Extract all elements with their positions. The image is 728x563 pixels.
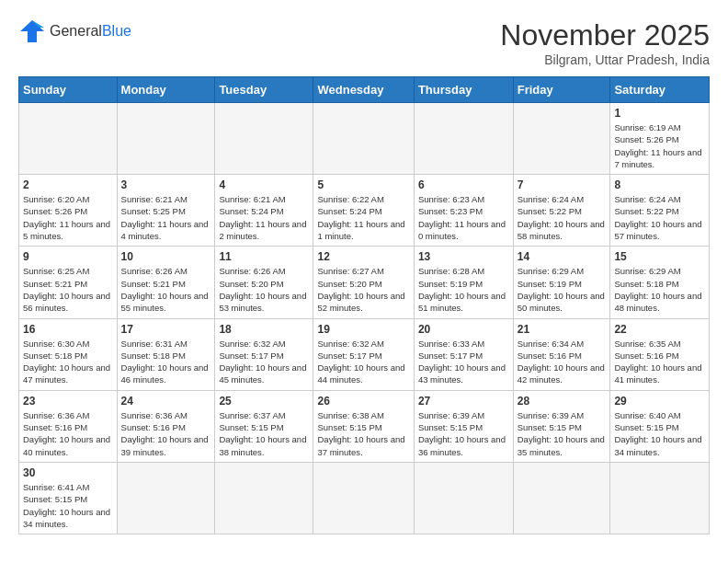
day-info: Sunrise: 6:40 AM Sunset: 5:15 PM Dayligh… [614,409,705,458]
logo-text: GeneralBlue [50,23,131,40]
calendar-cell: 12Sunrise: 6:27 AM Sunset: 5:20 PM Dayli… [313,247,414,318]
day-info: Sunrise: 6:26 AM Sunset: 5:21 PM Dayligh… [121,265,211,314]
calendar-cell: 15Sunrise: 6:29 AM Sunset: 5:18 PM Dayli… [610,247,710,318]
day-number: 12 [317,250,409,263]
day-info: Sunrise: 6:39 AM Sunset: 5:15 PM Dayligh… [518,409,607,458]
location: Bilgram, Uttar Pradesh, India [500,52,710,67]
calendar-cell [313,462,414,534]
calendar-cell: 14Sunrise: 6:29 AM Sunset: 5:19 PM Dayli… [513,247,610,318]
calendar-cell: 21Sunrise: 6:34 AM Sunset: 5:16 PM Dayli… [513,318,610,390]
calendar-cell [117,103,215,175]
day-info: Sunrise: 6:24 AM Sunset: 5:22 PM Dayligh… [614,193,705,242]
day-info: Sunrise: 6:29 AM Sunset: 5:18 PM Dayligh… [614,265,705,314]
svg-marker-0 [20,20,44,42]
day-info: Sunrise: 6:38 AM Sunset: 5:15 PM Dayligh… [317,409,409,458]
day-number: 15 [614,250,705,263]
day-number: 10 [121,250,211,263]
calendar-cell [215,462,313,534]
calendar-cell: 26Sunrise: 6:38 AM Sunset: 5:15 PM Dayli… [313,390,414,462]
calendar-header: SundayMondayTuesdayWednesdayThursdayFrid… [19,77,710,103]
calendar-cell [414,103,513,175]
day-info: Sunrise: 6:20 AM Sunset: 5:26 PM Dayligh… [23,193,113,242]
calendar-cell: 28Sunrise: 6:39 AM Sunset: 5:15 PM Dayli… [513,390,610,462]
calendar-cell [513,103,610,175]
calendar-cell: 16Sunrise: 6:30 AM Sunset: 5:18 PM Dayli… [19,318,118,390]
day-number: 2 [23,178,113,191]
day-number: 3 [121,178,211,191]
calendar-cell: 22Sunrise: 6:35 AM Sunset: 5:16 PM Dayli… [610,318,710,390]
calendar-body: 1Sunrise: 6:19 AM Sunset: 5:26 PM Daylig… [19,103,710,534]
calendar-cell: 13Sunrise: 6:28 AM Sunset: 5:19 PM Dayli… [414,247,513,318]
day-number: 13 [418,250,509,263]
day-number: 17 [121,323,211,336]
day-info: Sunrise: 6:37 AM Sunset: 5:15 PM Dayligh… [219,409,309,458]
day-number: 8 [614,178,705,191]
day-number: 30 [23,466,113,479]
calendar-week-6: 30Sunrise: 6:41 AM Sunset: 5:15 PM Dayli… [19,462,710,534]
day-info: Sunrise: 6:19 AM Sunset: 5:26 PM Dayligh… [614,121,705,170]
day-info: Sunrise: 6:35 AM Sunset: 5:16 PM Dayligh… [614,338,705,386]
day-info: Sunrise: 6:24 AM Sunset: 5:22 PM Dayligh… [518,193,607,242]
day-info: Sunrise: 6:26 AM Sunset: 5:20 PM Dayligh… [219,265,309,314]
day-info: Sunrise: 6:25 AM Sunset: 5:21 PM Dayligh… [23,265,113,314]
calendar-cell [19,103,118,175]
day-info: Sunrise: 6:32 AM Sunset: 5:17 PM Dayligh… [317,338,409,386]
weekday-header-friday: Friday [513,77,610,103]
day-info: Sunrise: 6:33 AM Sunset: 5:17 PM Dayligh… [418,338,509,386]
calendar-cell: 29Sunrise: 6:40 AM Sunset: 5:15 PM Dayli… [610,390,710,462]
calendar: SundayMondayTuesdayWednesdayThursdayFrid… [18,76,710,534]
day-number: 24 [121,395,211,408]
day-info: Sunrise: 6:21 AM Sunset: 5:24 PM Dayligh… [219,193,309,242]
calendar-week-3: 9Sunrise: 6:25 AM Sunset: 5:21 PM Daylig… [19,247,710,318]
calendar-cell [513,462,610,534]
logo-icon [18,18,46,44]
weekday-row: SundayMondayTuesdayWednesdayThursdayFrid… [19,77,710,103]
day-number: 25 [219,395,309,408]
calendar-week-1: 1Sunrise: 6:19 AM Sunset: 5:26 PM Daylig… [19,103,710,175]
calendar-cell: 2Sunrise: 6:20 AM Sunset: 5:26 PM Daylig… [19,175,118,247]
calendar-cell [610,462,710,534]
day-info: Sunrise: 6:31 AM Sunset: 5:18 PM Dayligh… [121,338,211,386]
day-number: 7 [518,178,607,191]
day-number: 9 [23,250,113,263]
day-info: Sunrise: 6:27 AM Sunset: 5:20 PM Dayligh… [317,265,409,314]
calendar-cell: 24Sunrise: 6:36 AM Sunset: 5:16 PM Dayli… [117,390,215,462]
day-number: 11 [219,250,309,263]
calendar-cell: 8Sunrise: 6:24 AM Sunset: 5:22 PM Daylig… [610,175,710,247]
day-number: 4 [219,178,309,191]
calendar-cell: 25Sunrise: 6:37 AM Sunset: 5:15 PM Dayli… [215,390,313,462]
day-info: Sunrise: 6:21 AM Sunset: 5:25 PM Dayligh… [121,193,211,242]
day-number: 5 [317,178,409,191]
day-info: Sunrise: 6:30 AM Sunset: 5:18 PM Dayligh… [23,338,113,386]
calendar-cell: 19Sunrise: 6:32 AM Sunset: 5:17 PM Dayli… [313,318,414,390]
calendar-week-4: 16Sunrise: 6:30 AM Sunset: 5:18 PM Dayli… [19,318,710,390]
weekday-header-monday: Monday [117,77,215,103]
day-info: Sunrise: 6:22 AM Sunset: 5:24 PM Dayligh… [317,193,409,242]
calendar-cell: 1Sunrise: 6:19 AM Sunset: 5:26 PM Daylig… [610,103,710,175]
calendar-cell [414,462,513,534]
day-number: 26 [317,395,409,408]
calendar-cell: 27Sunrise: 6:39 AM Sunset: 5:15 PM Dayli… [414,390,513,462]
day-info: Sunrise: 6:41 AM Sunset: 5:15 PM Dayligh… [23,481,113,530]
day-info: Sunrise: 6:28 AM Sunset: 5:19 PM Dayligh… [418,265,509,314]
calendar-cell: 17Sunrise: 6:31 AM Sunset: 5:18 PM Dayli… [117,318,215,390]
weekday-header-thursday: Thursday [414,77,513,103]
weekday-header-saturday: Saturday [610,77,710,103]
calendar-cell [313,103,414,175]
calendar-cell: 11Sunrise: 6:26 AM Sunset: 5:20 PM Dayli… [215,247,313,318]
day-number: 23 [23,395,113,408]
day-info: Sunrise: 6:36 AM Sunset: 5:16 PM Dayligh… [121,409,211,458]
day-number: 16 [23,323,113,336]
page-header: GeneralBlue November 2025 Bilgram, Uttar… [18,18,710,67]
day-number: 18 [219,323,309,336]
day-info: Sunrise: 6:32 AM Sunset: 5:17 PM Dayligh… [219,338,309,386]
weekday-header-wednesday: Wednesday [313,77,414,103]
day-info: Sunrise: 6:39 AM Sunset: 5:15 PM Dayligh… [418,409,509,458]
day-info: Sunrise: 6:29 AM Sunset: 5:19 PM Dayligh… [518,265,607,314]
calendar-cell: 7Sunrise: 6:24 AM Sunset: 5:22 PM Daylig… [513,175,610,247]
weekday-header-tuesday: Tuesday [215,77,313,103]
calendar-cell: 18Sunrise: 6:32 AM Sunset: 5:17 PM Dayli… [215,318,313,390]
calendar-cell [117,462,215,534]
day-info: Sunrise: 6:34 AM Sunset: 5:16 PM Dayligh… [518,338,607,386]
day-number: 19 [317,323,409,336]
